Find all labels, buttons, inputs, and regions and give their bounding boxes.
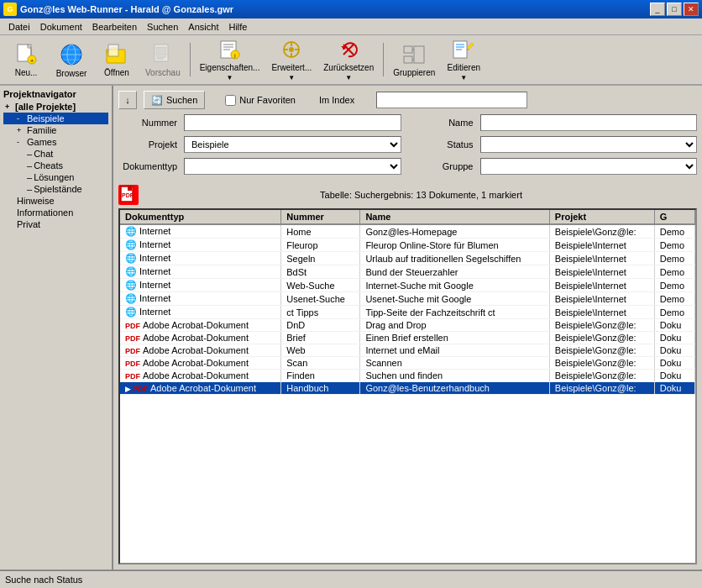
sidebar-item-games[interactable]: - Games xyxy=(3,136,108,148)
projekt-select[interactable]: Beispiele [alle Projekte] Familie Games xyxy=(184,136,401,153)
favorites-checkbox[interactable] xyxy=(225,95,236,106)
new-button[interactable]: + Neu... xyxy=(5,39,47,81)
table-row[interactable]: 🌐InternetHomeGonz@les-HomepageBeispiele\… xyxy=(120,224,695,239)
results-table: Dokumenttyp Nummer Name Projekt G 🌐Inter… xyxy=(120,210,695,395)
svg-marker-43 xyxy=(128,186,132,191)
sidebar-item-chat[interactable]: – Chat xyxy=(3,148,108,160)
index-input[interactable] xyxy=(376,92,527,108)
close-button[interactable]: ✕ xyxy=(684,3,699,16)
cell-dokumenttyp: PDFAdobe Acrobat-Dokument xyxy=(120,344,281,357)
menu-dokument[interactable]: Dokument xyxy=(35,20,87,34)
search-row-1: ↓ 🔄 Suchen Nur Favoriten Im Index xyxy=(118,91,697,109)
edit-dropdown-arrow: ▼ xyxy=(460,74,467,81)
dokumenttyp-select[interactable]: Internet Adobe Acrobat-Dokument xyxy=(184,158,401,175)
status-select[interactable]: Aktiv Archiv Demo xyxy=(480,136,698,153)
sort-button[interactable]: ↓ xyxy=(118,91,137,109)
cell-projekt: Beispiele\Gonz@le: xyxy=(549,370,654,382)
sidebar-item-cheats[interactable]: – Cheats xyxy=(3,160,108,171)
cell-projekt: Beispiele\Gonz@le: xyxy=(549,344,654,357)
menu-hilfe[interactable]: Hilfe xyxy=(223,20,252,34)
cell-nummer: Handbuch xyxy=(281,382,360,395)
table-row[interactable]: 🌐InternetBdStBund der SteuerzahlerBeispi… xyxy=(120,265,695,279)
reset-dropdown-arrow: ▼ xyxy=(345,74,352,81)
col-header-name[interactable]: Name xyxy=(360,210,549,224)
table-row[interactable]: 🌐InternetSegelnUrlaub auf traditionellen… xyxy=(120,252,695,265)
preview-label: Vorschau xyxy=(145,68,181,77)
reset-button[interactable]: Zurücksetzen ▼ xyxy=(319,39,378,81)
group-label: Gruppieren xyxy=(393,68,435,77)
cell-g: Doku xyxy=(654,382,694,395)
advanced-button[interactable]: Erweitert... ▼ xyxy=(267,39,316,81)
table-row[interactable]: PDFAdobe Acrobat-DokumentFindenSuchen un… xyxy=(120,370,695,382)
cell-projekt: Beispiele\Internet xyxy=(549,279,654,292)
cell-name: Internet und eMail xyxy=(360,344,549,357)
cell-name: Fleurop Online-Store für Blumen xyxy=(360,239,549,252)
table-row[interactable]: 🌐Internetct TippsTipp-Seite der Fachzeit… xyxy=(120,306,695,319)
col-header-projekt[interactable]: Projekt xyxy=(549,210,654,224)
cell-nummer: Brief xyxy=(281,332,360,344)
menu-suchen[interactable]: Suchen xyxy=(142,20,183,34)
nummer-input[interactable] xyxy=(184,114,401,131)
group-button[interactable]: Gruppieren xyxy=(389,39,439,81)
reset-label: Zurücksetzen xyxy=(323,63,374,72)
table-row[interactable]: PDFAdobe Acrobat-DokumentBriefEinen Brie… xyxy=(120,332,695,344)
table-row[interactable]: PDFAdobe Acrobat-DokumentWebInternet und… xyxy=(120,344,695,357)
cell-g: Demo xyxy=(654,292,694,306)
sidebar-item-loesungen[interactable]: – Lösungen xyxy=(3,171,108,183)
maximize-button[interactable]: □ xyxy=(667,3,682,16)
sidebar-item-familie[interactable]: + Familie xyxy=(3,124,108,136)
app-icon: G xyxy=(3,3,17,16)
cell-nummer: BdSt xyxy=(281,265,360,279)
table-row[interactable]: ▶PDFAdobe Acrobat-DokumentHandbuchGonz@l… xyxy=(120,382,695,395)
tree-dash: – xyxy=(27,184,32,194)
cell-name: Einen Brief erstellen xyxy=(360,332,549,344)
edit-button[interactable]: Editieren ▼ xyxy=(443,39,485,81)
col-header-g[interactable]: G xyxy=(654,210,694,224)
cell-g: Demo xyxy=(654,265,694,279)
sidebar-item-beispiele[interactable]: - Beispiele xyxy=(3,113,108,124)
sidebar-item-spielstaende[interactable]: – Spielstände xyxy=(3,183,108,195)
cell-nummer: Finden xyxy=(281,370,360,382)
col-header-dokumenttyp[interactable]: Dokumenttyp xyxy=(120,210,281,224)
cell-projekt: Beispiele\Internet xyxy=(549,252,654,265)
table-row[interactable]: PDFAdobe Acrobat-DokumentDnDDrag and Dro… xyxy=(120,319,695,332)
table-row[interactable]: 🌐InternetUsenet-SucheUsenet-Suche mit Go… xyxy=(120,292,695,306)
expand-icon: + xyxy=(5,102,13,111)
new-icon: + xyxy=(13,43,39,66)
refresh-icon: 🔄 xyxy=(151,95,163,106)
svg-text:i: i xyxy=(234,52,236,60)
menu-bearbeiten[interactable]: Bearbeiten xyxy=(87,20,142,34)
gruppe-select[interactable]: Gruppe 1 Gruppe 2 xyxy=(480,158,698,175)
properties-button[interactable]: i Eigenschaften... ▼ xyxy=(196,39,265,81)
table-row[interactable]: 🌐InternetFleuropFleurop Online-Store für… xyxy=(120,239,695,252)
cell-nummer: Segeln xyxy=(281,252,360,265)
menu-ansicht[interactable]: Ansicht xyxy=(183,20,223,34)
table-row[interactable]: PDFAdobe Acrobat-DokumentScanScannenBeis… xyxy=(120,357,695,370)
window-controls: _ □ ✕ xyxy=(650,3,699,16)
results-table-container[interactable]: Dokumenttyp Nummer Name Projekt G 🌐Inter… xyxy=(118,208,697,564)
menu-datei[interactable]: Datei xyxy=(3,20,35,34)
sidebar-item-alle-projekte[interactable]: + [alle Projekte] xyxy=(3,101,108,113)
toolbar-sep-2 xyxy=(383,43,384,76)
minimize-button[interactable]: _ xyxy=(650,3,665,16)
cell-g: Doku xyxy=(654,370,694,382)
open-label: Öffnen xyxy=(104,68,129,77)
col-header-nummer[interactable]: Nummer xyxy=(281,210,360,224)
cell-name: Scannen xyxy=(360,357,549,370)
browser-button[interactable]: Browser xyxy=(50,39,92,81)
cell-nummer: Scan xyxy=(281,357,360,370)
search-button[interactable]: 🔄 Suchen xyxy=(144,91,205,109)
table-row[interactable]: 🌐InternetWeb-SucheInternet-Suche mit Goo… xyxy=(120,279,695,292)
cell-projekt: Beispiele\Internet xyxy=(549,265,654,279)
status-bar: Suche nach Status xyxy=(0,570,702,588)
name-input[interactable] xyxy=(480,114,698,131)
cell-g: Demo xyxy=(654,252,694,265)
sidebar-item-hinweise[interactable]: Hinweise xyxy=(3,195,108,207)
sidebar-item-privat[interactable]: Privat xyxy=(3,218,108,230)
open-button[interactable]: Öffnen xyxy=(96,39,138,81)
sidebar: Projektnavigator + [alle Projekte] - Bei… xyxy=(0,86,113,570)
sidebar-item-informationen[interactable]: Informationen xyxy=(3,207,108,218)
cell-projekt: Beispiele\Gonz@le: xyxy=(549,357,654,370)
advanced-dropdown-arrow: ▼ xyxy=(288,74,295,81)
preview-button[interactable]: Vorschau xyxy=(141,39,185,81)
